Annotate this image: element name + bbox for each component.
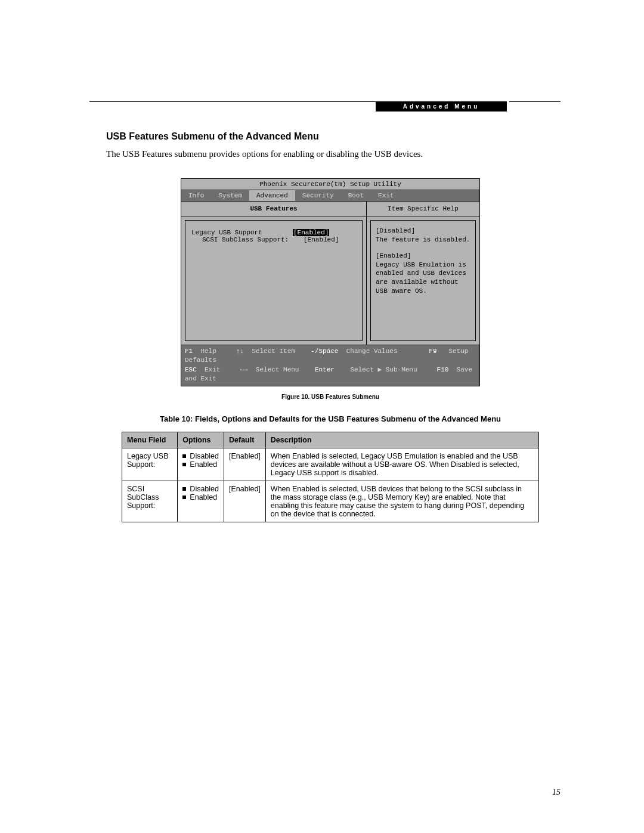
options-table: Menu Field Options Default Description L… xyxy=(122,432,539,522)
col-header-default: Default xyxy=(224,432,266,448)
cell-options: Disabled Enabled xyxy=(178,448,224,481)
cell-field: SCSI SubClass Support: xyxy=(122,481,178,522)
table-row: SCSI SubClass Support: Disabled Enabled … xyxy=(122,481,539,522)
bullet-icon xyxy=(182,454,186,458)
footer-key: ←→ xyxy=(240,366,247,373)
intro-text: The USB Features submenu provides option… xyxy=(106,148,555,160)
footer-label: Exit xyxy=(205,366,220,373)
option-label: Disabled xyxy=(190,452,219,460)
bullet-icon xyxy=(182,496,186,499)
cell-default: [Enabled] xyxy=(224,448,266,481)
footer-label: Change Values xyxy=(346,348,398,355)
bios-menu-system[interactable]: System xyxy=(211,190,249,201)
help-block-text: The feature is disabled. xyxy=(376,236,470,244)
bios-help-panel: [Disabled] The feature is disabled. [Ena… xyxy=(370,220,476,341)
col-header-field: Menu Field xyxy=(122,432,178,448)
option-label: Enabled xyxy=(190,460,217,469)
bios-option-value[interactable]: [Enabled] xyxy=(304,236,339,243)
bullet-icon xyxy=(182,487,186,491)
bios-title: Phoenix SecureCore(tm) Setup Utility xyxy=(181,179,479,190)
cell-default: [Enabled] xyxy=(224,481,266,522)
col-header-options: Options xyxy=(178,432,224,448)
footer-label: Help xyxy=(200,348,216,355)
bios-menu-boot[interactable]: Boot xyxy=(341,190,371,201)
option-label: Enabled xyxy=(190,493,217,501)
footer-key: F10 xyxy=(437,366,449,373)
cell-options: Disabled Enabled xyxy=(178,481,224,522)
table-title: Table 10: Fields, Options and Defaults f… xyxy=(106,414,555,423)
footer-label: Select Item xyxy=(252,348,295,355)
bios-option-value[interactable]: [Enabled] xyxy=(293,229,329,236)
figure-caption: Figure 10. USB Features Submenu xyxy=(106,394,555,400)
page-number: 15 xyxy=(552,788,561,797)
col-header-description: Description xyxy=(265,432,538,448)
bios-left-heading: USB Features xyxy=(181,202,366,216)
bios-menu-exit[interactable]: Exit xyxy=(371,190,401,201)
help-block-title: [Enabled] xyxy=(376,252,470,261)
bios-help-heading: Item Specific Help xyxy=(367,202,479,216)
bios-menu-advanced[interactable]: Advanced xyxy=(249,190,295,201)
help-block-title: [Disabled] xyxy=(376,227,470,236)
bios-option-row[interactable]: SCSI SubClass Support: [Enabled] xyxy=(191,236,356,243)
footer-label: Select ▶ Sub-Menu xyxy=(350,366,417,373)
bios-footer: F1 Help ↑↓ Select Item -/Space Change Va… xyxy=(181,345,479,386)
section-bar: Advanced Menu xyxy=(376,101,507,112)
footer-key: -/Space xyxy=(311,348,338,355)
footer-key: ↑↓ xyxy=(236,348,244,355)
footer-key: ESC xyxy=(185,366,197,373)
help-block-text: Legacy USB Emulation is enabled and USB … xyxy=(376,261,470,296)
bios-option-label: SCSI SubClass Support: xyxy=(202,236,304,243)
bios-option-row[interactable]: Legacy USB Support [Enabled] xyxy=(191,229,356,236)
bios-menu-security[interactable]: Security xyxy=(295,190,341,201)
footer-label: Select Menu xyxy=(256,366,299,373)
bios-menubar: Info System Advanced Security Boot Exit xyxy=(181,190,479,202)
footer-key: F9 xyxy=(429,348,436,355)
bios-menu-info[interactable]: Info xyxy=(181,190,211,201)
footer-key: F1 xyxy=(185,348,193,355)
cell-field: Legacy USB Support: xyxy=(122,448,178,481)
cell-description: When Enabled is selected, USB devices th… xyxy=(265,481,538,522)
cell-description: When Enabled is selected, Legacy USB Emu… xyxy=(265,448,538,481)
option-label: Disabled xyxy=(190,485,219,493)
bios-options-panel: Legacy USB Support [Enabled] SCSI SubCla… xyxy=(185,220,363,341)
table-row: Legacy USB Support: Disabled Enabled [En… xyxy=(122,448,539,481)
page-heading: USB Features Submenu of the Advanced Men… xyxy=(106,131,555,142)
bullet-icon xyxy=(182,463,186,466)
footer-key: Enter xyxy=(315,366,335,373)
bios-option-label: Legacy USB Support xyxy=(191,229,293,236)
header-rule-right xyxy=(509,101,561,102)
bios-screenshot: Phoenix SecureCore(tm) Setup Utility Inf… xyxy=(181,178,480,386)
